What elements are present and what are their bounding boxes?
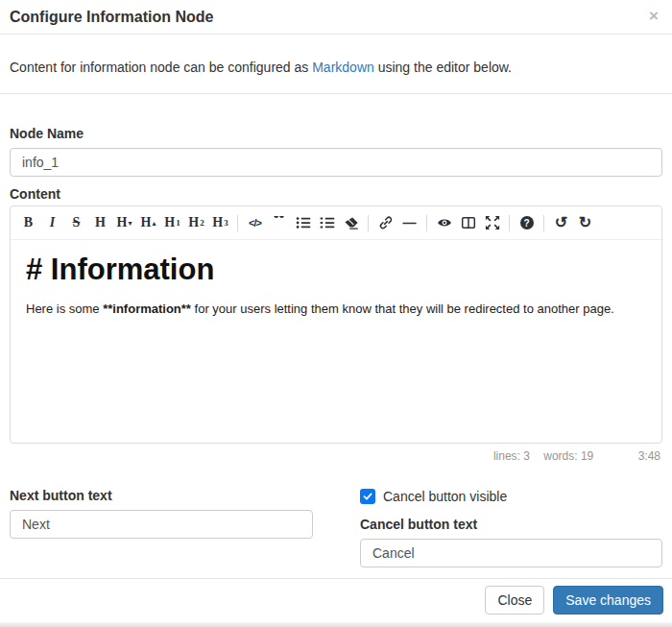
fullscreen-icon[interactable] [480, 211, 504, 234]
redo-icon[interactable]: ↻ [573, 211, 597, 234]
markdown-editor: B I S H H▾ H▴ H1 H2 H3 </> “ [10, 205, 662, 444]
heading-icon[interactable]: H [88, 211, 112, 234]
checkmark-icon [363, 492, 372, 501]
editor-content-area[interactable]: # Information Here is some **information… [11, 240, 661, 443]
cancel-visible-row: Cancel button visible [360, 489, 662, 504]
clean-block-icon[interactable] [339, 211, 363, 234]
heading-2-icon[interactable]: H2 [184, 211, 208, 234]
guide-icon[interactable]: ? [515, 211, 539, 234]
preview-eye-icon[interactable] [432, 211, 456, 234]
heading-smaller-icon[interactable]: H▾ [112, 211, 136, 234]
undo-icon[interactable]: ↺ [549, 211, 573, 234]
code-icon[interactable]: </> [243, 211, 267, 234]
node-name-input[interactable] [10, 148, 662, 177]
editor-body-line: Here is some **information** for your us… [26, 300, 646, 318]
italic-icon[interactable]: I [40, 211, 64, 234]
statusbar-cursor-position: 3:48 [638, 449, 660, 463]
modal-body: Node Name Content B I S H H▾ H▴ H1 H2 H3… [0, 126, 672, 567]
toolbar-separator [368, 215, 369, 231]
content-label: Content [10, 186, 662, 202]
toolbar-separator [543, 215, 544, 231]
link-icon[interactable] [373, 211, 397, 234]
modal-title: Configure Information Node [10, 8, 213, 26]
side-by-side-icon[interactable] [456, 211, 480, 234]
cancel-button-text-input[interactable] [360, 539, 662, 567]
cancel-button-column: Cancel button visible Cancel button text [360, 488, 662, 567]
cancel-visible-label: Cancel button visible [383, 489, 507, 504]
statusbar-lines: lines: 3 [493, 449, 530, 463]
heading-3-icon[interactable]: H3 [208, 211, 232, 234]
intro-paragraph: Content for information node can be conf… [0, 35, 672, 94]
toolbar-separator [426, 215, 427, 231]
next-button-column: Next button text [10, 488, 313, 567]
toolbar-separator [509, 215, 510, 231]
strikethrough-icon[interactable]: S [64, 211, 88, 234]
save-changes-button[interactable]: Save changes [553, 586, 663, 615]
quote-icon[interactable]: “ [267, 211, 291, 234]
toolbar-separator [237, 215, 238, 231]
close-icon[interactable]: × [647, 8, 660, 25]
modal-footer: Close Save changes [0, 578, 672, 622]
cancel-button-text-label: Cancel button text [360, 517, 662, 532]
intro-text-before: Content for information node can be conf… [10, 60, 312, 75]
next-button-text-input[interactable] [10, 510, 313, 539]
markdown-link[interactable]: Markdown [312, 60, 374, 75]
node-name-label: Node Name [10, 126, 662, 141]
editor-bold-text: **information** [103, 301, 191, 316]
bold-icon[interactable]: B [16, 211, 40, 234]
heading-1-icon[interactable]: H1 [160, 211, 184, 234]
unordered-list-icon[interactable] [291, 211, 315, 234]
editor-statusbar: lines: 3 words: 19 3:48 [10, 444, 662, 463]
cancel-visible-checkbox[interactable] [360, 489, 375, 504]
options-row: Next button text Cancel button visible C… [10, 488, 662, 567]
statusbar-words: words: 19 [543, 449, 593, 463]
modal-header: Configure Information Node × [0, 0, 672, 35]
close-button[interactable]: Close [485, 586, 544, 615]
editor-toolbar: B I S H H▾ H▴ H1 H2 H3 </> “ [11, 206, 661, 240]
heading-bigger-icon[interactable]: H▴ [136, 211, 160, 234]
next-button-text-label: Next button text [10, 488, 313, 503]
intro-text-after: using the editor below. [374, 60, 512, 75]
horizontal-rule-icon[interactable]: — [397, 211, 421, 234]
ordered-list-icon[interactable] [315, 211, 339, 234]
modal-bottom-edge [0, 622, 672, 627]
editor-heading-line: # Information [26, 253, 646, 287]
